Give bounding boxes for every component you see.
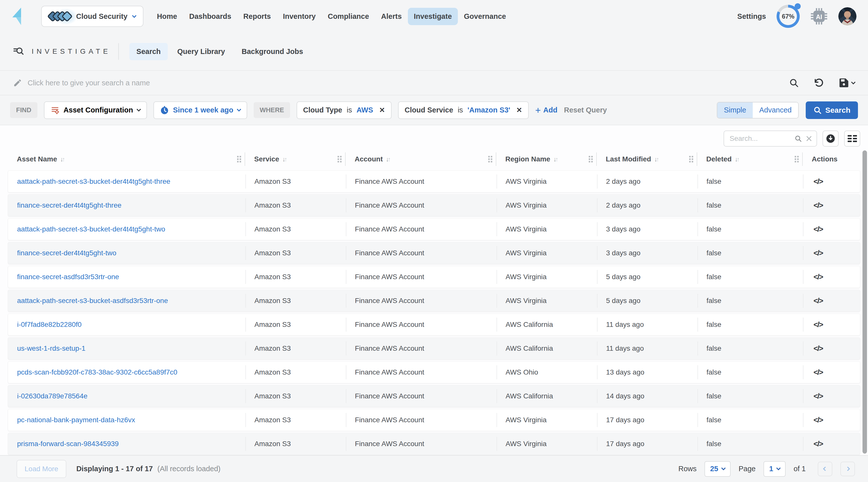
mode-simple[interactable]: Simple bbox=[717, 102, 753, 118]
cell-region: AWS Ohio bbox=[497, 361, 597, 383]
rows-per-page-select[interactable]: 25 bbox=[705, 461, 731, 477]
asset-link[interactable]: aattack-path-secret-s3-bucket-der4t4tg5g… bbox=[17, 225, 165, 233]
nav-item-home[interactable]: Home bbox=[151, 8, 183, 25]
cell-value: Finance AWS Account bbox=[355, 440, 424, 448]
remove-filter-icon[interactable]: ✕ bbox=[516, 106, 522, 114]
search-name-input[interactable]: Click here to give your search a name bbox=[28, 79, 150, 87]
avatar[interactable] bbox=[838, 7, 857, 25]
search-query-icon-button[interactable] bbox=[789, 78, 799, 88]
sort-icon[interactable]: ↓↑ bbox=[282, 156, 286, 163]
nav-item-compliance[interactable]: Compliance bbox=[322, 8, 375, 25]
table-row: us-west-1-rds-setup-1Amazon S3Finance AW… bbox=[8, 338, 860, 359]
column-drag-handle[interactable] bbox=[795, 156, 799, 162]
load-more-button[interactable]: Load More bbox=[17, 460, 66, 478]
tab-query-library[interactable]: Query Library bbox=[170, 43, 232, 60]
filter-operator: is bbox=[458, 106, 463, 114]
undo-icon-button[interactable] bbox=[813, 77, 824, 88]
code-icon[interactable]: </> bbox=[812, 177, 823, 186]
filter-chip[interactable]: Cloud TypeisAWS✕ bbox=[297, 101, 392, 119]
mode-advanced[interactable]: Advanced bbox=[753, 102, 798, 118]
code-icon[interactable]: </> bbox=[812, 320, 823, 329]
clear-search-icon[interactable] bbox=[805, 135, 812, 142]
previous-page-button[interactable] bbox=[818, 462, 832, 476]
cell-value: 14 days ago bbox=[606, 392, 645, 400]
divider bbox=[118, 43, 119, 60]
search-icon[interactable] bbox=[795, 135, 802, 142]
asset-link[interactable]: us-west-1-rds-setup-1 bbox=[17, 345, 85, 352]
column-drag-handle[interactable] bbox=[488, 156, 492, 162]
settings-link[interactable]: Settings bbox=[737, 12, 766, 21]
sort-icon[interactable]: ↓↑ bbox=[654, 156, 658, 163]
nav-item-inventory[interactable]: Inventory bbox=[277, 8, 322, 25]
code-icon[interactable]: </> bbox=[812, 416, 823, 424]
asset-link[interactable]: i-0f7fad8e82b2280f0 bbox=[17, 321, 82, 329]
column-drag-handle[interactable] bbox=[237, 156, 241, 162]
code-icon[interactable]: </> bbox=[812, 392, 823, 400]
column-drag-handle[interactable] bbox=[338, 156, 342, 162]
nav-item-investigate[interactable]: Investigate bbox=[408, 8, 458, 25]
cell-modified: 5 days ago bbox=[597, 290, 698, 312]
asset-link[interactable]: prisma-forward-scan-984345939 bbox=[17, 440, 119, 448]
cell-account: Finance AWS Account bbox=[346, 409, 497, 431]
cell-value: 5 days ago bbox=[606, 273, 641, 281]
asset-link[interactable]: i-02630da789e78564e bbox=[17, 392, 87, 400]
code-icon[interactable]: </> bbox=[812, 225, 823, 233]
product-switcher[interactable]: Cloud Security bbox=[41, 6, 144, 27]
cell-region: AWS Virginia bbox=[497, 242, 597, 264]
code-icon[interactable]: </> bbox=[812, 296, 823, 305]
vertical-scrollbar[interactable] bbox=[863, 150, 867, 454]
time-range-dropdown[interactable]: Since 1 week ago bbox=[153, 101, 247, 119]
cell-modified: 3 days ago bbox=[597, 218, 698, 240]
code-icon[interactable]: </> bbox=[812, 249, 823, 257]
sort-icon[interactable]: ↓↑ bbox=[386, 156, 390, 163]
cell-actions: </> bbox=[803, 361, 860, 383]
code-icon[interactable]: </> bbox=[812, 344, 823, 353]
code-icon[interactable]: </> bbox=[812, 201, 823, 210]
remove-filter-icon[interactable]: ✕ bbox=[379, 106, 385, 114]
table-search-input[interactable] bbox=[730, 134, 791, 142]
asset-link[interactable]: aattack-path-secret-s3-bucket-der4t4tg5g… bbox=[17, 178, 170, 186]
column-settings-button[interactable] bbox=[844, 131, 860, 147]
tab-search[interactable]: Search bbox=[129, 43, 168, 60]
reset-query-button[interactable]: Reset Query bbox=[564, 106, 607, 114]
cell-value: 2 days ago bbox=[606, 201, 641, 210]
rows-label: Rows bbox=[678, 465, 697, 473]
sort-icon[interactable]: ↓↑ bbox=[553, 156, 557, 163]
sort-icon[interactable]: ↓↑ bbox=[60, 156, 64, 163]
page-select[interactable]: 1 bbox=[764, 461, 785, 477]
cell-deleted: false bbox=[698, 290, 803, 312]
code-icon[interactable]: </> bbox=[812, 368, 823, 377]
sort-icon[interactable]: ↓↑ bbox=[735, 156, 738, 163]
cell-actions: </> bbox=[803, 338, 860, 359]
column-drag-handle[interactable] bbox=[689, 156, 693, 162]
tab-background-jobs[interactable]: Background Jobs bbox=[235, 43, 310, 60]
asset-link[interactable]: finance-secret-der4t4tg5ght-three bbox=[17, 201, 122, 210]
save-search-button[interactable] bbox=[839, 77, 855, 88]
ai-copilot-icon[interactable]: AI bbox=[810, 7, 828, 25]
next-page-button[interactable] bbox=[840, 462, 855, 476]
nav-item-governance[interactable]: Governance bbox=[458, 8, 512, 25]
column-drag-handle[interactable] bbox=[589, 156, 593, 162]
cell-account: Finance AWS Account bbox=[346, 290, 497, 312]
nav-item-dashboards[interactable]: Dashboards bbox=[183, 8, 237, 25]
add-filter-button[interactable]: + Add bbox=[535, 106, 558, 114]
code-icon[interactable]: </> bbox=[812, 440, 823, 448]
cell-service: Amazon S3 bbox=[245, 314, 346, 335]
cell-service: Amazon S3 bbox=[245, 266, 346, 288]
cell-service: Amazon S3 bbox=[245, 242, 346, 264]
usage-ring-button[interactable]: 67% bbox=[777, 5, 800, 28]
nav-item-reports[interactable]: Reports bbox=[237, 8, 277, 25]
asset-link[interactable]: finance-secret-asdfsd3r53rtr-one bbox=[17, 273, 119, 281]
asset-link[interactable]: pc-national-bank-payment-data-hz6vx bbox=[17, 416, 135, 424]
download-button[interactable] bbox=[823, 131, 839, 147]
cell-service: Amazon S3 bbox=[245, 338, 346, 359]
asset-link[interactable]: finance-secret-der4t4tg5ght-two bbox=[17, 249, 116, 257]
find-type-dropdown[interactable]: Asset Configuration bbox=[44, 101, 147, 119]
asset-link[interactable]: pcds-scan-fcbb920f-c783-38ac-9302-c6cc5a… bbox=[17, 368, 177, 376]
search-button[interactable]: Search bbox=[806, 101, 858, 119]
code-icon[interactable]: </> bbox=[812, 272, 823, 281]
asset-link[interactable]: aattack-path-secret-s3-bucket-asdfsd3r53… bbox=[17, 297, 168, 305]
filter-chip[interactable]: Cloud Serviceis'Amazon S3'✕ bbox=[398, 101, 529, 119]
nav-item-alerts[interactable]: Alerts bbox=[375, 8, 408, 25]
cell-modified: 14 days ago bbox=[597, 385, 698, 407]
